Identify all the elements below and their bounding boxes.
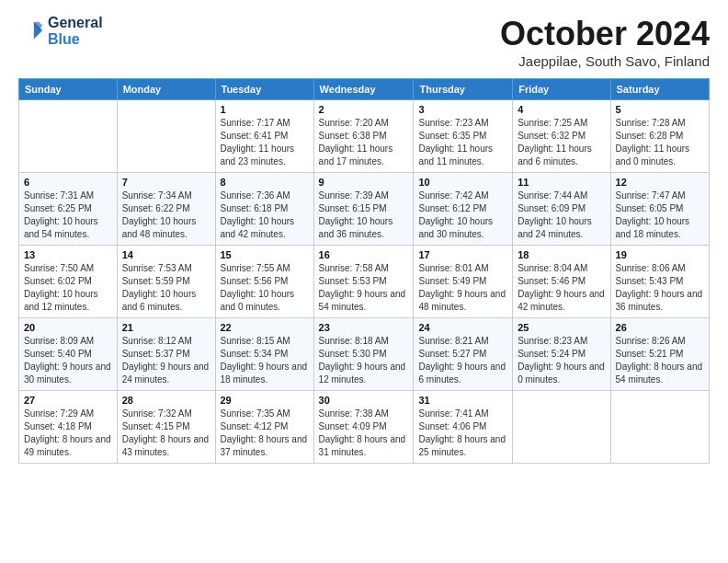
daylight-hours: Daylight: 8 hours and 25 minutes. [418,434,506,457]
sunset-time: Sunset: 4:06 PM [418,421,486,431]
daylight-hours: Daylight: 9 hours and 48 minutes. [418,289,506,312]
calendar-cell: 15 Sunrise: 7:55 AM Sunset: 5:56 PM Dayl… [215,246,313,318]
day-number: 15 [221,249,309,260]
daylight-hours: Daylight: 10 hours and 42 minutes. [221,216,295,239]
day-info: Sunrise: 8:18 AM Sunset: 5:30 PM Dayligh… [319,335,409,386]
calendar-cell: 1 Sunrise: 7:17 AM Sunset: 6:41 PM Dayli… [215,100,313,173]
calendar-cell: 13 Sunrise: 7:50 AM Sunset: 6:02 PM Dayl… [19,246,118,318]
week-row-3: 13 Sunrise: 7:50 AM Sunset: 6:02 PM Dayl… [19,246,710,318]
day-info: Sunrise: 7:38 AM Sunset: 4:09 PM Dayligh… [319,408,409,459]
calendar-cell: 4 Sunrise: 7:25 AM Sunset: 6:32 PM Dayli… [513,100,610,173]
page: General Blue October 2024 Jaeppilae, Sou… [0,0,728,563]
day-info: Sunrise: 7:55 AM Sunset: 5:56 PM Dayligh… [221,262,309,314]
day-info: Sunrise: 8:23 AM Sunset: 5:24 PM Dayligh… [518,335,605,386]
sunset-time: Sunset: 6:15 PM [319,203,387,213]
sunset-time: Sunset: 5:27 PM [418,349,486,359]
day-info: Sunrise: 7:35 AM Sunset: 4:12 PM Dayligh… [221,408,309,459]
sunrise-time: Sunrise: 8:12 AM [122,336,192,346]
day-info: Sunrise: 8:04 AM Sunset: 5:46 PM Dayligh… [518,262,605,314]
day-number: 18 [518,249,605,260]
sunset-time: Sunset: 5:53 PM [319,276,387,286]
day-info: Sunrise: 7:31 AM Sunset: 6:25 PM Dayligh… [24,190,112,241]
sunrise-time: Sunrise: 7:25 AM [518,118,587,128]
calendar-cell: 10 Sunrise: 7:42 AM Sunset: 6:12 PM Dayl… [414,173,513,246]
daylight-hours: Daylight: 11 hours and 17 minutes. [319,144,393,167]
sunset-time: Sunset: 5:34 PM [221,349,289,359]
sunset-time: Sunset: 6:41 PM [221,131,289,141]
sunrise-time: Sunrise: 7:55 AM [221,263,290,273]
day-info: Sunrise: 8:26 AM Sunset: 5:21 PM Dayligh… [616,335,704,386]
sunset-time: Sunset: 5:46 PM [518,276,586,286]
day-number: 21 [122,322,210,333]
daylight-hours: Daylight: 11 hours and 23 minutes. [221,144,295,167]
sunrise-time: Sunrise: 7:34 AM [122,190,192,201]
day-info: Sunrise: 8:06 AM Sunset: 5:43 PM Dayligh… [616,262,704,314]
header-saturday: Saturday [610,79,709,100]
calendar-cell: 17 Sunrise: 8:01 AM Sunset: 5:49 PM Dayl… [414,246,513,318]
sunrise-time: Sunrise: 7:32 AM [122,408,192,419]
day-info: Sunrise: 7:44 AM Sunset: 6:09 PM Dayligh… [518,190,605,241]
sunset-time: Sunset: 4:18 PM [24,421,92,431]
calendar-cell: 5 Sunrise: 7:28 AM Sunset: 6:28 PM Dayli… [610,100,709,173]
day-info: Sunrise: 7:34 AM Sunset: 6:22 PM Dayligh… [122,190,210,241]
sunrise-time: Sunrise: 7:23 AM [418,118,488,128]
calendar-cell [19,100,118,173]
day-info: Sunrise: 7:17 AM Sunset: 6:41 PM Dayligh… [221,117,309,168]
day-number: 13 [24,249,112,260]
daylight-hours: Daylight: 10 hours and 0 minutes. [221,289,295,312]
day-number: 7 [122,177,210,188]
day-number: 26 [616,322,704,333]
sunset-time: Sunset: 5:24 PM [518,349,586,359]
sunset-time: Sunset: 6:18 PM [221,203,289,213]
calendar-cell: 25 Sunrise: 8:23 AM Sunset: 5:24 PM Dayl… [513,318,610,391]
daylight-hours: Daylight: 11 hours and 6 minutes. [518,144,592,167]
calendar-cell: 31 Sunrise: 7:41 AM Sunset: 4:06 PM Dayl… [414,391,513,464]
day-number: 9 [319,177,409,188]
day-number: 14 [122,249,210,260]
calendar-cell: 28 Sunrise: 7:32 AM Sunset: 4:15 PM Dayl… [117,391,215,464]
header-sunday: Sunday [19,79,118,100]
sunset-time: Sunset: 6:28 PM [616,131,684,141]
calendar-cell: 11 Sunrise: 7:44 AM Sunset: 6:09 PM Dayl… [513,173,610,246]
daylight-hours: Daylight: 9 hours and 6 minutes. [418,362,506,385]
sunrise-time: Sunrise: 7:28 AM [616,118,686,128]
calendar-cell: 23 Sunrise: 8:18 AM Sunset: 5:30 PM Dayl… [313,318,414,391]
week-row-1: 1 Sunrise: 7:17 AM Sunset: 6:41 PM Dayli… [19,100,710,173]
daylight-hours: Daylight: 10 hours and 18 minutes. [616,216,690,239]
day-number: 25 [518,322,605,333]
week-row-4: 20 Sunrise: 8:09 AM Sunset: 5:40 PM Dayl… [19,318,710,391]
calendar-cell: 22 Sunrise: 8:15 AM Sunset: 5:34 PM Dayl… [215,318,313,391]
calendar-cell: 19 Sunrise: 8:06 AM Sunset: 5:43 PM Dayl… [610,246,709,318]
calendar-cell: 24 Sunrise: 8:21 AM Sunset: 5:27 PM Dayl… [414,318,513,391]
daylight-hours: Daylight: 9 hours and 0 minutes. [518,362,605,385]
sunrise-time: Sunrise: 8:09 AM [24,336,94,346]
daylight-hours: Daylight: 9 hours and 24 minutes. [122,362,210,385]
day-number: 2 [319,104,409,115]
daylight-hours: Daylight: 9 hours and 18 minutes. [221,362,308,385]
day-number: 31 [418,395,507,406]
calendar: Sunday Monday Tuesday Wednesday Thursday… [18,78,710,464]
header-tuesday: Tuesday [215,79,313,100]
sunset-time: Sunset: 5:21 PM [616,349,684,359]
day-info: Sunrise: 7:28 AM Sunset: 6:28 PM Dayligh… [616,117,704,168]
day-number: 5 [616,104,704,115]
day-number: 20 [24,322,112,333]
calendar-cell: 18 Sunrise: 8:04 AM Sunset: 5:46 PM Dayl… [513,246,610,318]
logo-text: General Blue [48,15,103,47]
sunrise-time: Sunrise: 7:29 AM [24,408,94,419]
sunrise-time: Sunrise: 7:31 AM [24,190,94,201]
sunrise-time: Sunrise: 7:53 AM [122,263,192,273]
sunset-time: Sunset: 6:25 PM [24,203,92,213]
sunset-time: Sunset: 4:09 PM [319,421,387,431]
day-info: Sunrise: 7:23 AM Sunset: 6:35 PM Dayligh… [418,117,507,168]
weekday-header-row: Sunday Monday Tuesday Wednesday Thursday… [19,79,710,100]
day-info: Sunrise: 8:09 AM Sunset: 5:40 PM Dayligh… [24,335,112,386]
sunrise-time: Sunrise: 8:21 AM [418,336,488,346]
sunrise-time: Sunrise: 8:26 AM [616,336,686,346]
calendar-cell [513,391,610,464]
calendar-cell: 29 Sunrise: 7:35 AM Sunset: 4:12 PM Dayl… [215,391,313,464]
calendar-cell: 21 Sunrise: 8:12 AM Sunset: 5:37 PM Dayl… [117,318,215,391]
day-info: Sunrise: 8:21 AM Sunset: 5:27 PM Dayligh… [418,335,507,386]
sunset-time: Sunset: 5:59 PM [122,276,190,286]
day-info: Sunrise: 7:42 AM Sunset: 6:12 PM Dayligh… [418,190,507,241]
